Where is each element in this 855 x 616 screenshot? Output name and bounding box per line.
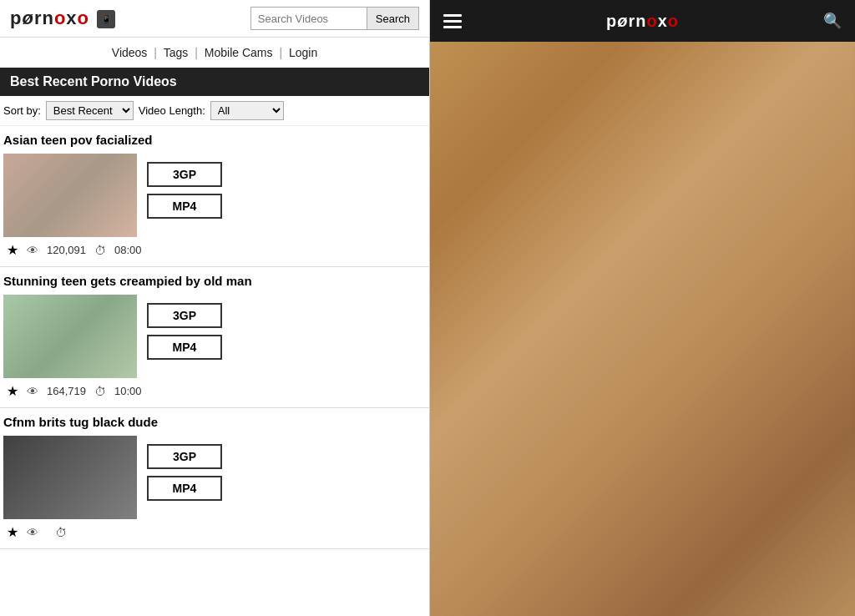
star-icon-3[interactable]: ★ — [7, 524, 18, 540]
video-buttons-2: 3GP MP4 — [147, 303, 222, 360]
nav-videos[interactable]: Videos — [112, 46, 148, 59]
video-thumb-1[interactable] — [3, 154, 137, 237]
site-header: pørnoxo 📱 Search — [0, 0, 429, 38]
hamburger-button[interactable] — [443, 14, 462, 28]
hamburger-line-3 — [443, 26, 462, 28]
clock-icon-2: ⏱ — [94, 385, 106, 398]
video-meta-2: ★ 👁 164,719 ⏱ 10:00 — [3, 378, 426, 401]
video-mp4-btn-1[interactable]: MP4 — [147, 194, 222, 219]
video-item-3: Cfnm brits tug black dude 3GP MP4 ★ 👁 ⏱ — [0, 408, 429, 549]
eye-icon-2: 👁 — [27, 385, 38, 398]
video-3gp-btn-1[interactable]: 3GP — [147, 162, 222, 187]
mobile-content — [430, 42, 855, 616]
sort-label: Sort by: — [3, 104, 41, 117]
video-buttons-3: 3GP MP4 — [147, 444, 222, 501]
nav-mobile-cams[interactable]: Mobile Cams — [205, 46, 273, 59]
star-icon-2[interactable]: ★ — [7, 383, 18, 399]
length-select[interactable]: All 1-10 min 10-20 min 20+ min — [210, 101, 284, 120]
video-title-2[interactable]: Stunning teen gets creampied by old man — [3, 274, 426, 288]
site-nav: Videos | Tags | Mobile Cams | Login — [0, 38, 429, 68]
sort-select[interactable]: Best Recent Most Viewed Top Rated Newest — [46, 101, 134, 120]
clock-icon-3: ⏱ — [55, 526, 67, 539]
video-item-1: Asian teen pov facialized 3GP MP4 ★ 👁 12… — [0, 126, 429, 267]
eye-icon-1: 👁 — [27, 244, 38, 257]
duration-2: 10:00 — [114, 385, 142, 397]
right-panel: pørnoxo 🔍 — [430, 0, 855, 616]
view-count-2: 164,719 — [47, 385, 86, 397]
mobile-search-icon[interactable]: 🔍 — [823, 12, 842, 30]
eye-icon-3: 👁 — [27, 526, 38, 539]
video-content-2: 3GP MP4 — [3, 295, 426, 378]
nav-login[interactable]: Login — [289, 46, 317, 59]
left-panel: pørnoxo 📱 Search Videos | Tags | Mobile … — [0, 0, 430, 616]
video-mp4-btn-2[interactable]: MP4 — [147, 335, 222, 360]
site-logo[interactable]: pørnoxo 📱 — [10, 8, 115, 29]
nav-sep-1: | — [154, 46, 160, 59]
video-item-2: Stunning teen gets creampied by old man … — [0, 267, 429, 408]
hamburger-line-2 — [443, 20, 462, 23]
mobile-header: pørnoxo 🔍 — [430, 0, 855, 42]
video-3gp-btn-2[interactable]: 3GP — [147, 303, 222, 328]
clock-icon-1: ⏱ — [94, 244, 106, 257]
nav-tags[interactable]: Tags — [164, 46, 189, 59]
video-thumb-2[interactable] — [3, 295, 137, 378]
video-meta-1: ★ 👁 120,091 ⏱ 08:00 — [3, 237, 426, 260]
video-title-1[interactable]: Asian teen pov facialized — [3, 133, 426, 147]
video-thumb-3[interactable] — [3, 436, 137, 519]
nav-sep-2: | — [195, 46, 201, 59]
length-label: Video Length: — [139, 104, 205, 117]
search-button[interactable]: Search — [367, 7, 419, 30]
mobile-overlay — [430, 42, 855, 616]
video-mp4-btn-3[interactable]: MP4 — [147, 476, 222, 501]
hamburger-line-1 — [443, 14, 462, 17]
video-title-3[interactable]: Cfnm brits tug black dude — [3, 415, 426, 429]
video-content-1: 3GP MP4 — [3, 154, 426, 237]
video-content-3: 3GP MP4 — [3, 436, 426, 519]
video-meta-3: ★ 👁 ⏱ — [3, 519, 426, 542]
search-area: Search — [250, 7, 419, 30]
video-3gp-btn-3[interactable]: 3GP — [147, 444, 222, 469]
section-heading: Best Recent Porno Videos — [0, 68, 429, 96]
star-icon-1[interactable]: ★ — [7, 242, 18, 258]
nav-sep-3: | — [279, 46, 286, 59]
search-input[interactable] — [250, 7, 367, 30]
video-buttons-1: 3GP MP4 — [147, 162, 222, 219]
sort-bar: Sort by: Best Recent Most Viewed Top Rat… — [0, 96, 429, 126]
mobile-logo[interactable]: pørnoxo — [606, 12, 679, 31]
duration-1: 08:00 — [114, 244, 142, 256]
view-count-1: 120,091 — [47, 244, 86, 256]
